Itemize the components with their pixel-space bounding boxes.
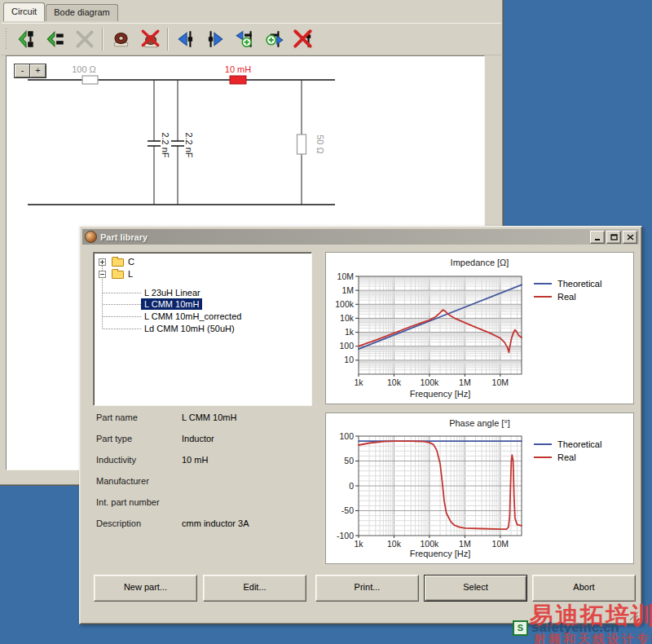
toolbar-grip[interactable]: [4, 29, 8, 50]
svg-text:10k: 10k: [387, 539, 402, 549]
detail-row-int-part-number: Int. part number: [80, 497, 316, 509]
select-button[interactable]: Select: [424, 575, 527, 602]
wire-connect-left-button[interactable]: [11, 25, 41, 53]
wire-connect-single-button[interactable]: [41, 25, 70, 53]
phase-legend: Theoretical Real: [534, 438, 601, 464]
detail-row-inductivity: Inductivity 10 mH: [80, 455, 316, 466]
minimize-button[interactable]: [590, 231, 605, 244]
svg-text:10M: 10M: [492, 539, 509, 549]
abort-button[interactable]: Abort: [532, 575, 636, 602]
tree-guide: [103, 304, 141, 306]
svg-text:-100: -100: [337, 531, 354, 540]
theoretical-line-swatch: [534, 283, 552, 285]
field-label: Part type: [96, 434, 132, 443]
part-library-titlebar[interactable]: Part library: [82, 229, 639, 245]
svg-text:10k: 10k: [387, 377, 402, 387]
svg-text:1M: 1M: [459, 539, 471, 549]
legend-label-real: Real: [557, 292, 576, 302]
impedance-legend: Theoretical Real: [534, 277, 601, 303]
dialog-title: Part library: [100, 232, 588, 242]
tree-item-l-cmm-10mh[interactable]: L CMM 10mH: [141, 298, 202, 310]
tree-item-ld-cmm-10mh-50uh[interactable]: Ld CMM 10mH (50uH): [141, 323, 238, 334]
svg-text:1M: 1M: [459, 377, 471, 387]
field-value: 10 mH: [182, 455, 208, 465]
resize-grip[interactable]: [628, 611, 639, 621]
insert-part-button[interactable]: [106, 25, 135, 53]
move-node-left-button[interactable]: [171, 25, 200, 53]
disconnect-disabled-button[interactable]: [70, 25, 99, 53]
part-tree-panel: C L L 23uH Linear L CMM 10mH L CMM 10mH_…: [93, 252, 312, 406]
field-label: Manufacturer: [96, 476, 149, 486]
move-node-right-icon: [205, 29, 226, 50]
field-label: Part name: [96, 412, 138, 422]
tree-item-l-cmm-10mh-corrected[interactable]: L CMM 10mH_corrected: [141, 311, 244, 322]
delete-node-button[interactable]: [289, 25, 318, 53]
tab-strip: Circuit Bode diagram: [3, 3, 119, 21]
svg-text:1M: 1M: [341, 285, 354, 295]
tree-item-l-23uh-linear[interactable]: L 23uH Linear: [141, 287, 204, 298]
field-value: L CMM 10mH: [182, 412, 236, 422]
expand-folder-c[interactable]: [99, 258, 106, 266]
legend-label-theoretical: Theoretical: [557, 279, 601, 289]
delete-part-button[interactable]: [135, 25, 165, 53]
move-node-right-button[interactable]: [200, 25, 230, 53]
collapse-folder-l[interactable]: [99, 271, 106, 278]
real-line-swatch: [534, 296, 552, 298]
watermark-tagline: 射频和天线设计专家: [534, 632, 652, 644]
resistor-r2[interactable]: [297, 135, 306, 154]
move-node-left-icon: [175, 29, 196, 50]
tree-folder-c[interactable]: C: [128, 257, 134, 267]
phase-xaxis-label: Frequency [Hz]: [357, 549, 523, 558]
minimize-icon: [594, 234, 601, 240]
detail-row-manufacturer: Manufacturer: [80, 476, 316, 487]
insert-part-icon: [110, 29, 131, 50]
edit-button[interactable]: Edit...: [203, 575, 306, 602]
folder-icon: [112, 271, 124, 279]
add-node-right-button[interactable]: [259, 25, 289, 53]
tree-guide: [103, 316, 141, 318]
svg-text:-50: -50: [341, 505, 354, 515]
close-button[interactable]: [623, 231, 637, 244]
svg-text:100: 100: [339, 341, 354, 351]
toolbar: [2, 23, 501, 55]
field-label: Int. part number: [96, 497, 160, 507]
legend-label-theoretical: Theoretical: [557, 439, 601, 449]
phase-chart-panel: 1k10k100k1M10M100500-50-100 Phase angle …: [325, 412, 634, 564]
detail-row-description: Description cmm inductor 3A: [80, 518, 316, 530]
resistor-r1-label: 100 Ω: [72, 64, 96, 74]
field-value: cmm inductor 3A: [182, 518, 249, 528]
capacitor-c1-label: 2.2 nF: [161, 132, 170, 157]
svg-text:1k: 1k: [354, 539, 363, 549]
inductor-l1-label: 10 mH: [225, 64, 251, 74]
capacitor-c2-label: 2.2 nF: [184, 132, 194, 157]
svg-text:100k: 100k: [421, 539, 440, 549]
svg-text:50: 50: [344, 456, 354, 465]
tab-bode-diagram[interactable]: Bode diagram: [46, 4, 118, 21]
delete-node-icon: [293, 29, 314, 50]
impedance-plot: 1k10k100k1M10M10M1M100k10k1k10010: [326, 253, 633, 404]
add-node-left-icon: [234, 29, 255, 50]
phase-chart-title: Phase angle [°]: [326, 418, 633, 428]
maximize-button[interactable]: [606, 231, 621, 244]
print-button[interactable]: Print...: [315, 575, 419, 602]
svg-text:10: 10: [344, 355, 354, 364]
svg-text:10M: 10M: [337, 271, 354, 281]
add-node-right-icon: [263, 29, 284, 50]
tree-folder-l[interactable]: L: [128, 269, 133, 280]
delete-part-icon: [139, 29, 161, 50]
add-node-left-button[interactable]: [230, 25, 259, 53]
theoretical-line-swatch: [534, 443, 552, 445]
inductor-l1[interactable]: [230, 76, 246, 84]
part-library-dialog: Part library C L L 23uH Linear L CMM: [79, 226, 642, 624]
disconnect-disabled-icon: [74, 29, 95, 50]
detail-row-part-name: Part name L CMM 10mH: [80, 412, 316, 424]
resistor-r1[interactable]: [82, 76, 98, 84]
impedance-xaxis-label: Frequency [Hz]: [357, 389, 523, 399]
tab-circuit[interactable]: Circuit: [3, 2, 45, 21]
close-icon: [627, 234, 634, 240]
new-part-button[interactable]: New part...: [94, 575, 197, 602]
tree-guide: [103, 293, 141, 294]
svg-text:10k: 10k: [340, 313, 355, 323]
field-label: Inductivity: [96, 455, 136, 465]
impedance-chart-title: Impedance [Ω]: [326, 258, 633, 267]
